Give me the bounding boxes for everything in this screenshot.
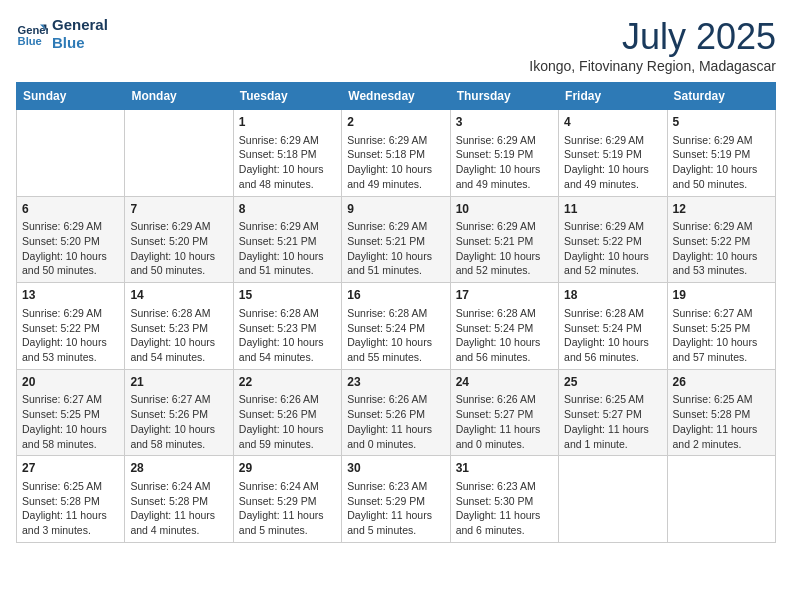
day-info: Sunrise: 6:26 AM Sunset: 5:27 PM Dayligh… [456,392,553,451]
day-info: Sunrise: 6:25 AM Sunset: 5:28 PM Dayligh… [673,392,770,451]
page-header: General Blue General Blue July 2025 Ikon… [16,16,776,74]
day-info: Sunrise: 6:29 AM Sunset: 5:19 PM Dayligh… [564,133,661,192]
day-info: Sunrise: 6:26 AM Sunset: 5:26 PM Dayligh… [239,392,336,451]
day-number: 3 [456,114,553,131]
day-number: 22 [239,374,336,391]
day-info: Sunrise: 6:28 AM Sunset: 5:24 PM Dayligh… [564,306,661,365]
day-number: 25 [564,374,661,391]
calendar-cell: 25Sunrise: 6:25 AM Sunset: 5:27 PM Dayli… [559,369,667,456]
svg-text:Blue: Blue [18,35,42,47]
day-number: 6 [22,201,119,218]
day-number: 27 [22,460,119,477]
calendar-cell: 1Sunrise: 6:29 AM Sunset: 5:18 PM Daylig… [233,110,341,197]
day-number: 5 [673,114,770,131]
calendar-header-row: SundayMondayTuesdayWednesdayThursdayFrid… [17,83,776,110]
calendar-cell [559,456,667,543]
day-info: Sunrise: 6:27 AM Sunset: 5:25 PM Dayligh… [22,392,119,451]
calendar-cell: 2Sunrise: 6:29 AM Sunset: 5:18 PM Daylig… [342,110,450,197]
day-header-friday: Friday [559,83,667,110]
logo: General Blue General Blue [16,16,108,52]
day-info: Sunrise: 6:29 AM Sunset: 5:21 PM Dayligh… [239,219,336,278]
day-info: Sunrise: 6:29 AM Sunset: 5:18 PM Dayligh… [347,133,444,192]
day-number: 8 [239,201,336,218]
calendar-cell: 23Sunrise: 6:26 AM Sunset: 5:26 PM Dayli… [342,369,450,456]
calendar-cell: 31Sunrise: 6:23 AM Sunset: 5:30 PM Dayli… [450,456,558,543]
day-header-tuesday: Tuesday [233,83,341,110]
calendar-table: SundayMondayTuesdayWednesdayThursdayFrid… [16,82,776,543]
calendar-cell: 29Sunrise: 6:24 AM Sunset: 5:29 PM Dayli… [233,456,341,543]
day-number: 12 [673,201,770,218]
day-info: Sunrise: 6:29 AM Sunset: 5:22 PM Dayligh… [22,306,119,365]
calendar-cell: 19Sunrise: 6:27 AM Sunset: 5:25 PM Dayli… [667,283,775,370]
day-info: Sunrise: 6:27 AM Sunset: 5:25 PM Dayligh… [673,306,770,365]
day-number: 19 [673,287,770,304]
calendar-cell [667,456,775,543]
day-number: 30 [347,460,444,477]
day-info: Sunrise: 6:29 AM Sunset: 5:20 PM Dayligh… [22,219,119,278]
day-number: 26 [673,374,770,391]
calendar-cell: 17Sunrise: 6:28 AM Sunset: 5:24 PM Dayli… [450,283,558,370]
calendar-cell: 9Sunrise: 6:29 AM Sunset: 5:21 PM Daylig… [342,196,450,283]
day-number: 10 [456,201,553,218]
day-number: 15 [239,287,336,304]
calendar-cell: 30Sunrise: 6:23 AM Sunset: 5:29 PM Dayli… [342,456,450,543]
day-info: Sunrise: 6:27 AM Sunset: 5:26 PM Dayligh… [130,392,227,451]
day-number: 7 [130,201,227,218]
day-number: 11 [564,201,661,218]
calendar-cell [17,110,125,197]
day-number: 17 [456,287,553,304]
day-number: 31 [456,460,553,477]
day-header-saturday: Saturday [667,83,775,110]
day-header-sunday: Sunday [17,83,125,110]
day-info: Sunrise: 6:25 AM Sunset: 5:27 PM Dayligh… [564,392,661,451]
day-number: 2 [347,114,444,131]
day-info: Sunrise: 6:29 AM Sunset: 5:22 PM Dayligh… [564,219,661,278]
day-info: Sunrise: 6:26 AM Sunset: 5:26 PM Dayligh… [347,392,444,451]
day-number: 21 [130,374,227,391]
day-number: 23 [347,374,444,391]
calendar-cell: 8Sunrise: 6:29 AM Sunset: 5:21 PM Daylig… [233,196,341,283]
logo-icon: General Blue [16,18,48,50]
day-header-wednesday: Wednesday [342,83,450,110]
day-info: Sunrise: 6:24 AM Sunset: 5:28 PM Dayligh… [130,479,227,538]
logo-blue: Blue [52,34,108,52]
day-info: Sunrise: 6:29 AM Sunset: 5:19 PM Dayligh… [456,133,553,192]
day-number: 24 [456,374,553,391]
day-info: Sunrise: 6:29 AM Sunset: 5:21 PM Dayligh… [456,219,553,278]
calendar-week-row: 1Sunrise: 6:29 AM Sunset: 5:18 PM Daylig… [17,110,776,197]
calendar-cell: 28Sunrise: 6:24 AM Sunset: 5:28 PM Dayli… [125,456,233,543]
calendar-week-row: 13Sunrise: 6:29 AM Sunset: 5:22 PM Dayli… [17,283,776,370]
calendar-cell: 11Sunrise: 6:29 AM Sunset: 5:22 PM Dayli… [559,196,667,283]
day-number: 16 [347,287,444,304]
logo-general: General [52,16,108,34]
day-info: Sunrise: 6:29 AM Sunset: 5:20 PM Dayligh… [130,219,227,278]
calendar-cell: 24Sunrise: 6:26 AM Sunset: 5:27 PM Dayli… [450,369,558,456]
day-number: 13 [22,287,119,304]
location-subtitle: Ikongo, Fitovinany Region, Madagascar [529,58,776,74]
day-number: 18 [564,287,661,304]
calendar-cell [125,110,233,197]
calendar-cell: 12Sunrise: 6:29 AM Sunset: 5:22 PM Dayli… [667,196,775,283]
day-info: Sunrise: 6:28 AM Sunset: 5:24 PM Dayligh… [347,306,444,365]
day-number: 14 [130,287,227,304]
day-number: 28 [130,460,227,477]
calendar-cell: 6Sunrise: 6:29 AM Sunset: 5:20 PM Daylig… [17,196,125,283]
day-info: Sunrise: 6:23 AM Sunset: 5:30 PM Dayligh… [456,479,553,538]
day-number: 1 [239,114,336,131]
calendar-cell: 22Sunrise: 6:26 AM Sunset: 5:26 PM Dayli… [233,369,341,456]
calendar-cell: 3Sunrise: 6:29 AM Sunset: 5:19 PM Daylig… [450,110,558,197]
calendar-week-row: 27Sunrise: 6:25 AM Sunset: 5:28 PM Dayli… [17,456,776,543]
calendar-cell: 7Sunrise: 6:29 AM Sunset: 5:20 PM Daylig… [125,196,233,283]
day-number: 29 [239,460,336,477]
day-number: 9 [347,201,444,218]
calendar-week-row: 20Sunrise: 6:27 AM Sunset: 5:25 PM Dayli… [17,369,776,456]
calendar-cell: 20Sunrise: 6:27 AM Sunset: 5:25 PM Dayli… [17,369,125,456]
calendar-cell: 13Sunrise: 6:29 AM Sunset: 5:22 PM Dayli… [17,283,125,370]
day-info: Sunrise: 6:28 AM Sunset: 5:23 PM Dayligh… [130,306,227,365]
day-info: Sunrise: 6:25 AM Sunset: 5:28 PM Dayligh… [22,479,119,538]
calendar-cell: 27Sunrise: 6:25 AM Sunset: 5:28 PM Dayli… [17,456,125,543]
day-info: Sunrise: 6:29 AM Sunset: 5:19 PM Dayligh… [673,133,770,192]
calendar-cell: 10Sunrise: 6:29 AM Sunset: 5:21 PM Dayli… [450,196,558,283]
day-info: Sunrise: 6:24 AM Sunset: 5:29 PM Dayligh… [239,479,336,538]
calendar-cell: 16Sunrise: 6:28 AM Sunset: 5:24 PM Dayli… [342,283,450,370]
